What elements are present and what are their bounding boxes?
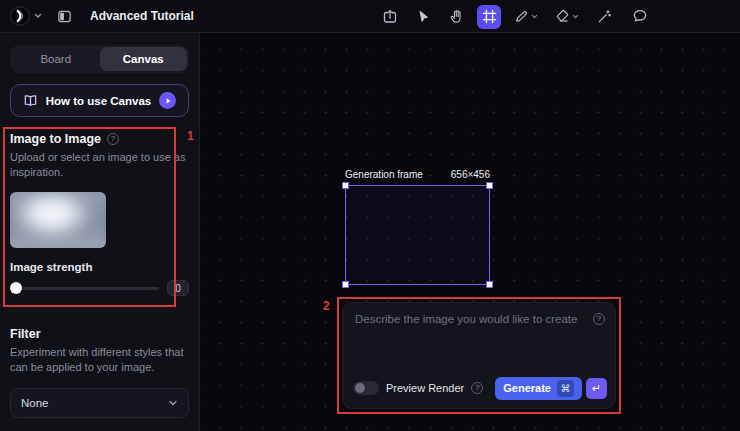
filter-description: Experiment with different styles that ca… (10, 345, 189, 375)
generation-frame-size: 656×456 (451, 169, 490, 180)
annotation-label-2: 2 (323, 299, 330, 313)
filter-selected-value: None (21, 397, 49, 409)
draw-tool-button[interactable] (510, 5, 542, 29)
filter-section: Filter Experiment with different styles … (10, 327, 189, 418)
annotation-box-1 (3, 127, 176, 307)
frame-handle-bottom-left[interactable] (342, 281, 349, 288)
chevron-down-icon (34, 12, 42, 20)
select-cursor-button[interactable] (411, 5, 435, 29)
app-logo-menu[interactable] (10, 6, 42, 26)
app-window: Advanced Tutorial (0, 0, 740, 431)
frame-handle-bottom-right[interactable] (486, 281, 493, 288)
book-icon (23, 93, 38, 108)
annotation-label-1: 1 (187, 129, 194, 143)
eraser-tool-button[interactable] (551, 5, 583, 29)
chevron-down-icon (531, 13, 538, 20)
frame-handle-top-left[interactable] (342, 182, 349, 189)
generation-frame[interactable] (345, 185, 490, 285)
how-to-label: How to use Canvas (46, 95, 151, 107)
topbar-left: Advanced Tutorial (10, 4, 194, 28)
export-button[interactable] (378, 5, 402, 29)
panel-toggle-icon[interactable] (52, 4, 76, 28)
view-tabs: Board Canvas (10, 45, 189, 73)
tab-canvas[interactable]: Canvas (100, 47, 188, 71)
chevron-down-icon (168, 398, 178, 408)
generation-frame-labels: Generation frame 656×456 (345, 169, 490, 180)
filter-title: Filter (10, 327, 41, 341)
topbar: Advanced Tutorial (0, 0, 740, 33)
frame-tool-button[interactable] (477, 5, 501, 29)
how-to-use-canvas-button[interactable]: How to use Canvas (10, 84, 189, 117)
comments-button[interactable] (628, 4, 652, 28)
document-title: Advanced Tutorial (90, 9, 194, 23)
chevron-down-icon (572, 13, 579, 20)
play-icon (159, 92, 176, 109)
generation-frame-label: Generation frame (345, 169, 423, 180)
logo-icon (10, 6, 30, 26)
filter-dropdown[interactable]: None (10, 388, 189, 418)
frame-handle-top-right[interactable] (486, 182, 493, 189)
tab-board[interactable]: Board (12, 47, 100, 71)
annotation-box-2 (337, 297, 621, 414)
magic-wand-button[interactable] (592, 5, 616, 29)
toolbar (378, 0, 616, 33)
hand-pan-button[interactable] (444, 5, 468, 29)
